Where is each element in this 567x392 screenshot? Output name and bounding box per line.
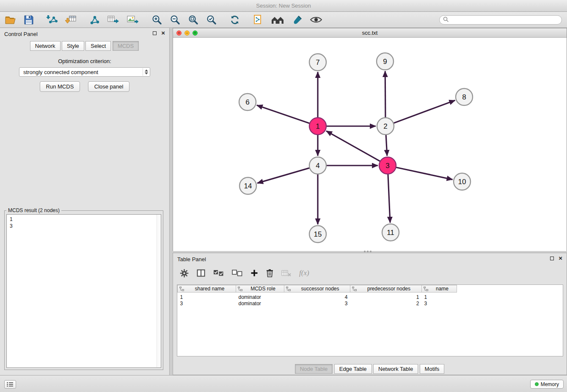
svg-text:4: 4 — [316, 162, 319, 170]
network-canvas[interactable]: 7968124314101511 — [173, 38, 567, 251]
tab-select[interactable]: Select — [85, 41, 111, 51]
refresh-icon[interactable] — [229, 15, 240, 25]
memory-status-icon — [535, 382, 539, 386]
deselect-all-icon[interactable] — [232, 270, 242, 276]
run-mcds-button[interactable]: Run MCDS — [40, 81, 80, 92]
column-header-predecessor-nodes[interactable]: predecessor nodes — [350, 285, 422, 293]
panel-splitter-handle[interactable] — [364, 251, 372, 252]
open-folder-icon[interactable] — [5, 15, 17, 24]
columns-icon[interactable] — [197, 269, 205, 277]
delete-table-icon[interactable] — [281, 270, 291, 276]
cell-successor-nodes[interactable]: 4 — [284, 293, 350, 301]
column-header-shared-name[interactable]: shared name — [178, 285, 236, 293]
cell-name[interactable]: 3 — [422, 300, 457, 307]
eye-icon[interactable] — [310, 16, 322, 24]
search-icon — [443, 16, 449, 24]
paint-style-icon[interactable] — [292, 15, 302, 25]
mcds-result-line: 3 — [10, 223, 158, 229]
graph-edge-4-14[interactable] — [257, 168, 310, 183]
tab-network-table[interactable]: Network Table — [373, 364, 418, 374]
graph-edge-3-11[interactable] — [388, 174, 390, 223]
graph-edge-2-8[interactable] — [394, 100, 455, 123]
window-minimize-icon[interactable]: − — [184, 30, 190, 36]
optimization-select[interactable]: strongly connected component — [19, 67, 150, 77]
table-row[interactable]: 1 dominator 4 1 1 — [178, 293, 457, 301]
table-row[interactable]: 3 dominator 3 2 3 — [178, 300, 457, 307]
graph-edge-1-6[interactable] — [257, 105, 310, 124]
graph-edge-3-1[interactable] — [326, 131, 380, 161]
file-group — [5, 15, 33, 25]
tab-mcds[interactable]: MCDS — [113, 41, 139, 51]
zoom-selected-icon[interactable] — [206, 14, 217, 25]
node-table: shared name MCDS role successor nodes pr… — [177, 285, 457, 307]
snapshot-icon[interactable] — [253, 14, 263, 25]
graph-edge-2-3[interactable] — [386, 135, 387, 156]
tab-motifs[interactable]: Motifs — [420, 364, 445, 374]
tab-edge-table[interactable]: Edge Table — [334, 364, 372, 374]
table-panel-header: Table Panel × — [173, 253, 567, 264]
cell-predecessor-nodes[interactable]: 2 — [350, 300, 422, 307]
float-table-panel-icon[interactable] — [550, 257, 554, 260]
export-network-icon[interactable] — [107, 15, 119, 25]
graph-node-9[interactable]: 9 — [377, 53, 394, 70]
close-panel-button[interactable]: Close panel — [88, 81, 130, 92]
tab-style[interactable]: Style — [62, 41, 84, 51]
cell-mcds-role[interactable]: dominator — [236, 293, 284, 301]
graph-edge-2-9[interactable] — [385, 71, 385, 118]
svg-text:3: 3 — [385, 162, 389, 170]
gear-icon[interactable] — [180, 269, 189, 278]
graph-node-1[interactable]: 1 — [309, 118, 326, 135]
graph-node-4[interactable]: 4 — [309, 157, 326, 174]
column-header-mcds-role[interactable]: MCDS role — [236, 285, 284, 293]
export-image-icon[interactable] — [127, 15, 139, 25]
graph-node-15[interactable]: 15 — [309, 226, 326, 243]
graph-edge-3-10[interactable] — [396, 167, 453, 179]
column-header-successor-nodes[interactable]: successor nodes — [284, 285, 350, 293]
search-input[interactable] — [451, 16, 558, 24]
graph-node-10[interactable]: 10 — [454, 173, 471, 190]
cell-predecessor-nodes[interactable]: 1 — [350, 293, 422, 301]
window-zoom-icon[interactable]: + — [193, 30, 198, 36]
new-network-icon[interactable] — [89, 15, 100, 25]
mcds-result-box[interactable]: 1 3 — [6, 214, 161, 368]
list-icon — [7, 382, 14, 387]
column-header-name[interactable]: name — [422, 285, 457, 293]
memory-button[interactable]: Memory — [530, 380, 564, 389]
import-table-icon[interactable] — [65, 15, 77, 25]
sort-icon — [424, 287, 428, 293]
cell-shared-name[interactable]: 3 — [178, 300, 236, 307]
first-neighbors-icon[interactable] — [271, 15, 284, 25]
graph-node-6[interactable]: 6 — [239, 94, 256, 110]
cell-mcds-role[interactable]: dominator — [236, 300, 284, 307]
save-icon[interactable] — [24, 15, 33, 25]
cell-name[interactable]: 1 — [422, 293, 457, 301]
graph-node-7[interactable]: 7 — [309, 54, 326, 71]
task-history-button[interactable] — [4, 380, 16, 389]
graph-node-11[interactable]: 11 — [382, 224, 399, 241]
add-row-icon[interactable] — [250, 269, 258, 277]
zoom-in-icon[interactable] — [151, 14, 162, 25]
tab-network[interactable]: Network — [30, 41, 61, 51]
svg-text:2: 2 — [383, 122, 387, 130]
close-table-panel-icon[interactable]: × — [559, 256, 562, 260]
window-close-icon[interactable]: × — [176, 30, 182, 36]
network-window-titlebar: × − + scc.txt — [173, 28, 567, 38]
result-scrollbar[interactable] — [157, 215, 161, 367]
tab-node-table[interactable]: Node Table — [295, 364, 333, 374]
select-all-icon[interactable] — [213, 270, 224, 276]
graph-node-2[interactable]: 2 — [377, 118, 394, 135]
trash-icon[interactable] — [266, 269, 273, 277]
cell-shared-name[interactable]: 1 — [178, 293, 236, 301]
close-panel-icon[interactable]: × — [161, 31, 165, 35]
import-group — [46, 15, 77, 25]
float-panel-icon[interactable] — [153, 31, 157, 35]
zoom-out-icon[interactable] — [170, 14, 180, 25]
function-builder-icon[interactable]: f(x) — [299, 269, 309, 277]
cell-successor-nodes[interactable]: 3 — [284, 300, 350, 307]
import-network-icon[interactable] — [46, 15, 58, 25]
graph-node-3[interactable]: 3 — [379, 157, 396, 174]
graph-node-14[interactable]: 14 — [239, 177, 256, 194]
zoom-fit-icon[interactable] — [188, 14, 198, 25]
network-graph[interactable]: 7968124314101511 — [173, 38, 567, 251]
graph-node-8[interactable]: 8 — [456, 88, 473, 105]
